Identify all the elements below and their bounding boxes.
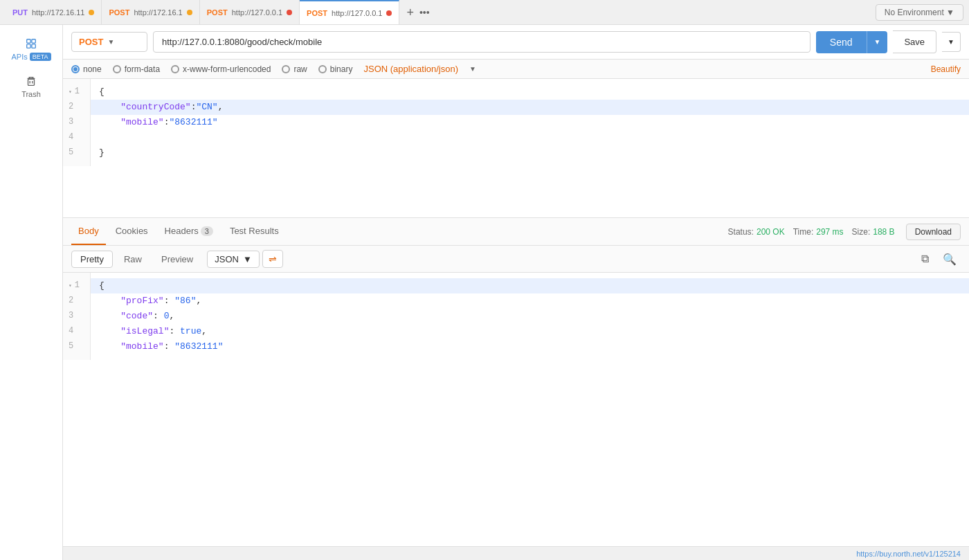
size-value: 188 B	[873, 227, 894, 237]
send-button-group: Send ▼	[816, 31, 888, 53]
send-button[interactable]: Send	[816, 31, 867, 53]
request-line-numbers: ▾ 1 2 3 4 5	[63, 79, 91, 166]
tab-url-put: http://172.16.11	[32, 8, 84, 17]
response-line-numbers: ▾ 1 2 3 4 5	[63, 273, 91, 360]
trash-icon	[25, 75, 37, 87]
response-tab-body[interactable]: Body	[71, 218, 106, 245]
tab-bar: PUT http://172.16.11 POST http://172.16.…	[0, 0, 969, 25]
environments-dropdown-icon: ▼	[946, 8, 954, 17]
fold-arrow-1[interactable]: ▾	[69, 88, 72, 97]
time-value: 297 ms	[816, 227, 843, 237]
method-select[interactable]: POST ▼	[71, 32, 147, 52]
radio-raw	[282, 65, 290, 73]
size-label: Size:	[852, 227, 871, 237]
json-format-select[interactable]: JSON ▼	[207, 251, 260, 268]
environments-label: No Environment	[885, 8, 944, 17]
copy-icon: ⧉	[921, 253, 929, 264]
format-pretty-tab[interactable]: Pretty	[71, 251, 113, 268]
tab-method-post3: POST	[307, 9, 327, 17]
response-body-toolbar: Pretty Raw Preview JSON ▼ ⇌ ⧉	[63, 246, 969, 273]
tab-post-3[interactable]: POST http://127.0.0.1	[300, 0, 399, 24]
tab-post-1[interactable]: POST http://172.16.1	[102, 0, 199, 24]
save-button[interactable]: Save	[893, 30, 936, 53]
resp-code-line-5: "mobile": "8632111"	[99, 339, 961, 354]
save-dropdown-button[interactable]: ▼	[942, 32, 961, 52]
download-button[interactable]: Download	[906, 224, 961, 240]
body-type-none-label: none	[83, 64, 102, 74]
tab-dot-post3	[386, 10, 392, 16]
response-tab-test-results[interactable]: Test Results	[223, 218, 286, 245]
copy-button[interactable]: ⧉	[917, 251, 933, 267]
resp-fold-arrow-1[interactable]: ▾	[69, 282, 72, 291]
json-dropdown-icon: ▼	[243, 254, 252, 264]
body-type-none[interactable]: none	[71, 64, 102, 74]
tab-url-post2: http://127.0.0.1	[232, 8, 282, 17]
apis-label: APIs BETA	[11, 53, 51, 61]
resp-code-line-2: "proFix": "86",	[99, 293, 961, 309]
tab-put[interactable]: PUT http://172.16.11	[6, 0, 102, 24]
request-code-line-3: "mobile":"8632111"	[99, 115, 961, 130]
resp-line-num-3: 3	[63, 309, 90, 324]
body-type-form-data[interactable]: form-data	[113, 64, 160, 74]
sidebar-item-apis[interactable]: APIs BETA	[0, 32, 62, 66]
add-tab-button[interactable]: +	[406, 6, 414, 19]
api-icon	[25, 37, 37, 50]
radio-binary	[318, 65, 327, 73]
apis-badge: BETA	[30, 53, 51, 61]
wrap-icon: ⇌	[269, 253, 277, 264]
request-code-line-2: "countryCode":"CN",	[91, 100, 969, 115]
request-code-line-4	[99, 130, 961, 145]
wrap-button[interactable]: ⇌	[262, 250, 283, 268]
method-chevron-icon: ▼	[107, 38, 114, 46]
resp-line-num-2: 2	[63, 293, 90, 309]
tab-method-post2: POST	[207, 8, 228, 17]
environments-button[interactable]: No Environment ▼	[876, 4, 963, 21]
send-dropdown-button[interactable]: ▼	[867, 31, 888, 53]
line-num-1: ▾ 1	[63, 84, 90, 100]
resp-line-num-5: 5	[63, 339, 90, 354]
response-code-content[interactable]: { "proFix": "86", "code": 0, "isLegal": …	[91, 273, 969, 360]
main-layout: APIs BETA Trash POST ▼	[0, 25, 969, 560]
body-type-bar: none form-data x-www-form-urlencoded raw…	[63, 60, 969, 79]
search-button[interactable]: 🔍	[939, 251, 961, 267]
body-type-chevron-icon: ▼	[469, 65, 476, 73]
status-bar-url: https://buy.north.net/v1/125214	[856, 550, 961, 558]
resp-line-num-4: 4	[63, 324, 90, 339]
body-type-binary[interactable]: binary	[318, 64, 353, 74]
format-preview-tab[interactable]: Preview	[153, 251, 201, 267]
radio-form-data	[113, 65, 121, 73]
sidebar-item-trash[interactable]: Trash	[0, 69, 62, 104]
more-tabs-button[interactable]: •••	[419, 7, 430, 18]
active-body-type[interactable]: JSON (application/json)	[363, 64, 458, 74]
url-input[interactable]	[153, 31, 810, 53]
beautify-button[interactable]: Beautify	[931, 64, 961, 74]
line-num-3: 3	[63, 115, 90, 130]
resp-code-line-1: {	[91, 278, 969, 293]
request-code-line-1: {	[99, 84, 961, 100]
tab-dot-put	[89, 10, 94, 15]
tab-actions: + •••	[399, 6, 436, 19]
body-type-urlencoded[interactable]: x-www-form-urlencoded	[171, 64, 271, 74]
body-type-binary-label: binary	[330, 64, 353, 74]
body-type-raw-label: raw	[293, 64, 307, 74]
resp-line-num-1: ▾ 1	[63, 278, 90, 293]
response-tab-headers[interactable]: Headers 3	[158, 218, 220, 245]
status-value: 200 OK	[757, 227, 785, 237]
body-type-form-data-label: form-data	[125, 64, 160, 74]
response-code-inner: ▾ 1 2 3 4 5	[63, 273, 969, 360]
body-type-urlencoded-label: x-www-form-urlencoded	[183, 64, 271, 74]
request-code-content[interactable]: { "countryCode":"CN", "mobile":"8632111"…	[91, 79, 969, 166]
line-num-2: 2	[63, 100, 90, 115]
response-meta: Status: 200 OK Time: 297 ms Size: 188 B …	[728, 224, 961, 240]
body-type-raw[interactable]: raw	[282, 64, 307, 74]
trash-label: Trash	[21, 90, 41, 98]
response-code-area: ▾ 1 2 3 4 5	[63, 273, 969, 546]
format-raw-tab[interactable]: Raw	[116, 251, 150, 267]
tab-method-put: PUT	[12, 8, 28, 17]
tab-post-2[interactable]: POST http://127.0.0.1	[200, 0, 300, 24]
line-num-5: 5	[63, 145, 90, 161]
response-tab-cookies[interactable]: Cookies	[109, 218, 155, 245]
svg-rect-3	[32, 44, 35, 48]
svg-rect-2	[27, 44, 30, 48]
line-num-4: 4	[63, 130, 90, 145]
